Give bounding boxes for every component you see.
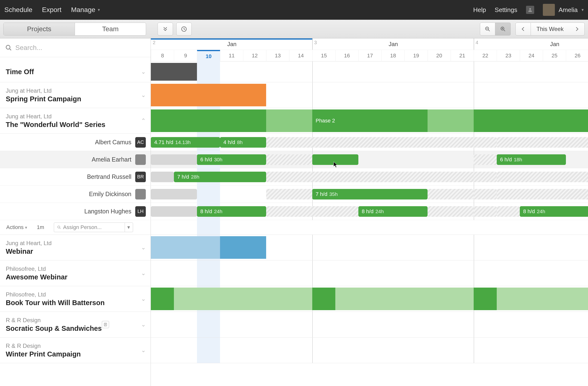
schedule-bar[interactable] — [312, 287, 335, 310]
schedule-bar[interactable]: 8 h/d24h — [520, 206, 588, 217]
schedule-bar[interactable] — [151, 63, 197, 81]
schedule-bar[interactable] — [335, 287, 474, 310]
schedule-bar[interactable] — [497, 172, 588, 182]
project-row-label[interactable]: Philosofree, LtdAwesome Webinar⌄ — [0, 261, 151, 286]
user-menu[interactable]: Amelia ▾ — [543, 4, 584, 16]
day-header[interactable]: 19 — [404, 50, 428, 61]
schedule-bar[interactable]: Phase 2 — [312, 109, 428, 132]
schedule-bar[interactable] — [497, 137, 588, 148]
day-header[interactable]: 25 — [543, 50, 566, 61]
chevron-down-icon[interactable]: ⌄ — [141, 244, 146, 251]
timeline[interactable]: 2Jan3Jan4Jan 891011121314151617181920212… — [151, 39, 588, 61]
schedule-bar[interactable] — [312, 154, 358, 165]
project-row-label[interactable]: R & R DesignSocratic Soup & Sandwiches⌄ — [0, 312, 151, 337]
chevron-down-icon[interactable]: ⌄ — [141, 92, 146, 99]
project-row-label[interactable]: Jung at Heart, LtdWebinar⌄ — [0, 235, 151, 260]
chevron-down-icon[interactable]: ⌄ — [141, 68, 146, 75]
schedule-bar[interactable] — [474, 287, 497, 310]
day-header[interactable]: 22 — [474, 50, 497, 61]
zoom-out-button[interactable] — [480, 22, 495, 36]
day-header[interactable]: 21 — [451, 50, 474, 61]
schedule-bar[interactable] — [151, 236, 220, 259]
zoom-in-button[interactable] — [495, 22, 511, 36]
chevron-down-icon[interactable]: ▾ — [125, 223, 130, 232]
actions-menu[interactable]: Actions ▾ — [6, 224, 27, 230]
schedule-bar[interactable] — [428, 189, 474, 200]
day-header[interactable]: 16 — [335, 50, 358, 61]
this-week-button[interactable]: This Week — [531, 22, 569, 36]
schedule-bar[interactable] — [151, 206, 197, 217]
note-icon[interactable] — [102, 321, 109, 328]
day-header[interactable]: 24 — [520, 50, 543, 61]
nav-export[interactable]: Export — [42, 6, 62, 14]
schedule-bar[interactable] — [151, 172, 174, 182]
schedule-bar[interactable] — [497, 206, 520, 217]
schedule-bar[interactable]: 4.71 h/d14.13h — [151, 137, 220, 148]
schedule-bar[interactable] — [474, 189, 497, 200]
schedule-bar[interactable]: 6 h/d30h — [197, 154, 266, 165]
schedule-bar[interactable] — [474, 137, 497, 148]
schedule-bar[interactable] — [266, 154, 312, 165]
nav-manage[interactable]: Manage ▾ — [71, 6, 100, 14]
schedule-bar[interactable] — [266, 137, 474, 148]
day-header[interactable]: 18 — [381, 50, 404, 61]
schedule-bar[interactable] — [220, 236, 266, 259]
person-row-label[interactable]: Bertrand RussellBR — [0, 168, 151, 185]
expand-all-button[interactable] — [158, 22, 173, 36]
day-header[interactable]: 13 — [266, 50, 289, 61]
project-row-label[interactable]: Philosofree, LtdBook Tour with Will Batt… — [0, 286, 151, 312]
schedule-bar[interactable] — [151, 189, 197, 200]
prev-week-button[interactable] — [515, 22, 531, 36]
schedule-bar[interactable] — [474, 109, 497, 132]
schedule-bar[interactable] — [428, 109, 474, 132]
project-row-label[interactable]: Jung at Heart, LtdSpring Print Campaign⌄ — [0, 82, 151, 108]
schedule-bar[interactable] — [266, 206, 358, 217]
next-week-button[interactable] — [569, 22, 585, 36]
schedule-bar[interactable] — [266, 109, 312, 132]
day-header[interactable]: 12 — [243, 50, 266, 61]
person-row-label[interactable]: Emily Dickinson — [0, 185, 151, 203]
project-row-label[interactable]: R & R DesignWinter Print Campaign⌄ — [0, 338, 151, 363]
day-header[interactable]: 10 — [197, 50, 220, 61]
schedule-bar[interactable] — [474, 154, 497, 165]
schedule-bar[interactable] — [474, 206, 497, 217]
schedule-bar[interactable] — [266, 189, 312, 200]
day-header[interactable]: 9 — [174, 50, 197, 61]
nav-schedule[interactable]: Schedule — [4, 6, 32, 14]
nav-settings[interactable]: Settings — [495, 6, 517, 14]
day-header[interactable]: 20 — [428, 50, 451, 61]
schedule-bar[interactable] — [266, 172, 474, 182]
search-input[interactable] — [15, 44, 145, 52]
chevron-down-icon[interactable]: ⌄ — [141, 321, 146, 328]
user-silhouette-icon[interactable] — [526, 6, 534, 14]
schedule-bar[interactable] — [497, 189, 588, 200]
person-row-label[interactable]: Amelia Earhart — [0, 151, 151, 168]
day-header[interactable]: 23 — [497, 50, 520, 61]
schedule-bar[interactable]: 4 h/d8h — [220, 137, 266, 148]
day-header[interactable]: 8 — [151, 50, 174, 61]
schedule-bar[interactable]: 7 h/d28h — [174, 172, 266, 182]
schedule-bar[interactable]: 8 h/d24h — [197, 206, 266, 217]
chevron-down-icon[interactable]: ⌄ — [141, 270, 146, 277]
day-header[interactable]: 26 — [566, 50, 588, 61]
schedule-bar[interactable] — [497, 287, 588, 310]
assign-person-input[interactable]: Assign Person...▾ — [54, 223, 133, 232]
project-row-label[interactable]: Jung at Heart, LtdThe "Wonderful World" … — [0, 108, 151, 133]
chevron-down-icon[interactable]: ⌄ — [141, 347, 146, 354]
chevron-up-icon[interactable]: ⌃ — [141, 117, 146, 124]
day-header[interactable]: 17 — [358, 50, 381, 61]
schedule-bar[interactable]: 6 h/d18h — [497, 154, 566, 165]
schedule-bar[interactable] — [151, 287, 174, 310]
schedule-bar[interactable] — [151, 109, 266, 132]
schedule-bar[interactable]: 8 h/d24h — [358, 206, 428, 217]
project-row-label[interactable]: Time Off⌄ — [0, 61, 151, 82]
schedule-bar[interactable] — [151, 84, 266, 106]
schedule-bar[interactable] — [174, 287, 312, 310]
person-row-label[interactable]: Langston HughesLH — [0, 203, 151, 220]
nav-help[interactable]: Help — [473, 6, 486, 14]
schedule-bar[interactable] — [151, 154, 197, 165]
schedule-bar[interactable] — [474, 172, 497, 182]
chevron-down-icon[interactable]: ⌄ — [141, 296, 146, 302]
day-header[interactable]: 11 — [220, 50, 243, 61]
tab-projects[interactable]: Projects — [4, 23, 75, 35]
